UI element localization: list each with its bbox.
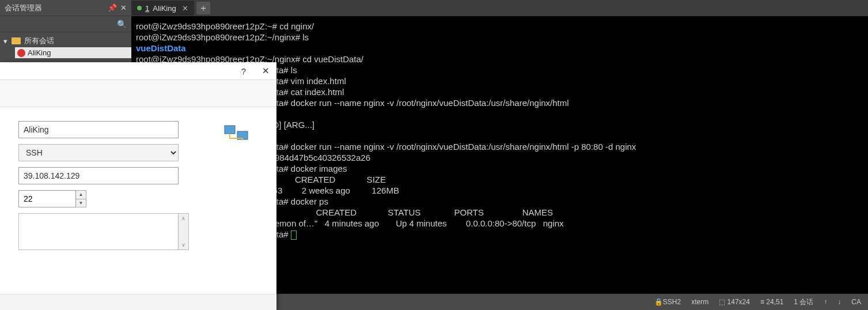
status-caps: CA <box>851 298 861 306</box>
new-tab-button[interactable]: ＋ <box>196 2 210 14</box>
help-button[interactable]: ? <box>241 66 246 76</box>
tree-root-all-sessions[interactable]: ▾ 所有会话 <box>0 35 131 47</box>
status-nav-down-icon[interactable]: ↓ <box>837 298 841 306</box>
folder-icon <box>12 37 21 44</box>
close-dialog-button[interactable]: ✕ <box>262 66 270 76</box>
scroll-down-icon[interactable]: ∨ <box>179 240 188 249</box>
textarea-scrollbar[interactable]: ∧ ∨ <box>179 213 189 250</box>
session-name-input[interactable] <box>18 121 179 138</box>
status-sessions: 1 会话 <box>794 297 813 307</box>
tab-index: 1 <box>145 4 149 13</box>
sidebar-title: 会话管理器 <box>5 3 42 13</box>
dialog-footer <box>0 294 276 310</box>
dialog-titlebar: ? ✕ <box>0 62 276 80</box>
tab-close-icon[interactable]: ✕ <box>182 4 188 13</box>
tree-collapse-icon[interactable]: ▾ <box>3 37 10 46</box>
dialog-toolbar <box>0 80 276 107</box>
port-down-icon[interactable]: ▼ <box>76 199 86 207</box>
session-item-aliking[interactable]: AliKing <box>15 47 131 58</box>
tab-bar: 1 AliKing ✕ ＋ <box>131 0 868 16</box>
host-input[interactable] <box>18 167 179 184</box>
scroll-up-icon[interactable]: ∧ <box>179 214 188 223</box>
session-icon <box>17 49 25 57</box>
session-label: AliKing <box>28 48 51 57</box>
status-size: ⬚ 147x24 <box>719 298 750 306</box>
pin-icon[interactable]: 📌 <box>108 3 117 12</box>
status-term: xterm <box>691 298 708 306</box>
port-up-icon[interactable]: ▲ <box>76 191 86 199</box>
session-properties-dialog: ? ✕ SSH ▲ ▼ ∧ <box>0 62 276 310</box>
tab-aliking[interactable]: 1 AliKing ✕ <box>131 1 194 16</box>
status-position: ≡ 24,51 <box>760 298 783 306</box>
lock-icon: 🔒 <box>654 298 663 306</box>
port-input[interactable] <box>18 190 76 207</box>
tree-root-label: 所有会话 <box>24 36 54 46</box>
connection-status-icon <box>137 6 142 10</box>
connection-icon <box>223 123 249 146</box>
search-icon[interactable]: 🔍 <box>117 20 127 29</box>
tab-label: AliKing <box>153 4 176 13</box>
protocol-select[interactable]: SSH <box>18 144 179 161</box>
session-tree: ▾ 所有会话 AliKing <box>0 32 131 61</box>
sidebar-header: 会话管理器 📌 ✕ <box>0 0 131 16</box>
description-textarea[interactable] <box>18 213 179 250</box>
sidebar-search-row: 🔍 <box>0 16 131 32</box>
status-ssh: 🔒SSH2 <box>654 298 681 306</box>
svg-rect-0 <box>225 126 235 134</box>
port-spinner[interactable]: ▲ ▼ <box>76 190 86 207</box>
status-nav-up-icon[interactable]: ↑ <box>824 298 827 306</box>
close-panel-icon[interactable]: ✕ <box>120 3 127 12</box>
